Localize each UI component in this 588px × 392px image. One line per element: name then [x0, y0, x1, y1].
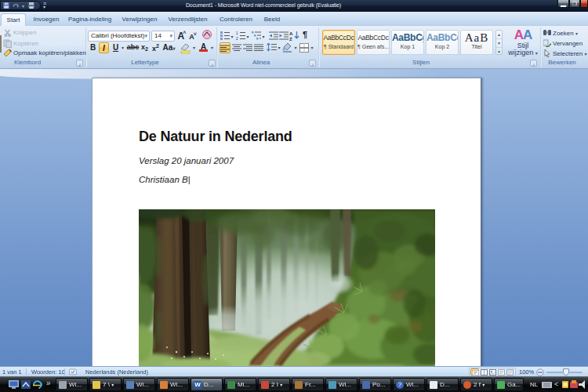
svg-text:Z: Z [289, 37, 292, 41]
svg-text:A: A [289, 31, 293, 36]
svg-text:1: 1 [236, 31, 238, 35]
svg-text:2: 2 [236, 37, 238, 40]
